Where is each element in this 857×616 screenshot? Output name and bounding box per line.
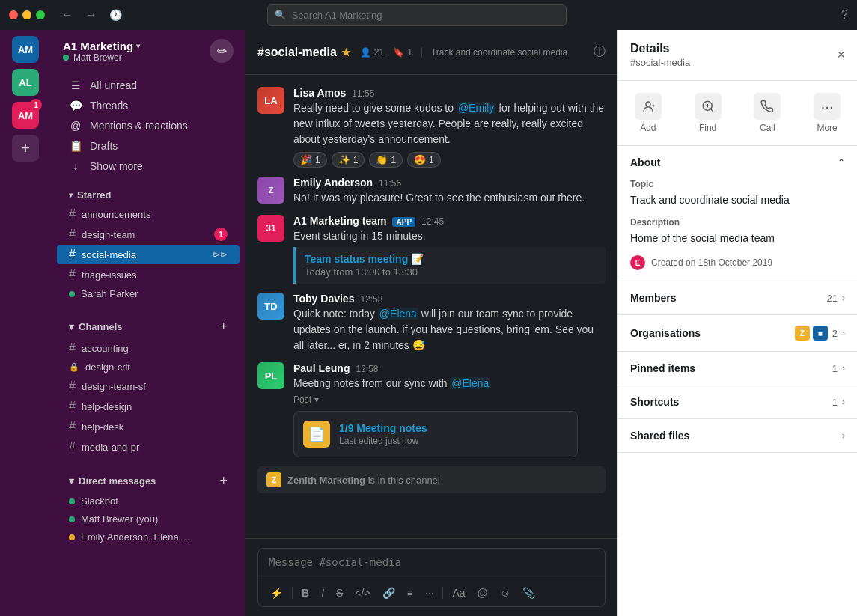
sidebar-item-show-more[interactable]: ↓ Show more	[57, 156, 240, 176]
call-icon	[754, 93, 781, 120]
chevron-right-icon: ›	[842, 328, 845, 338]
mention[interactable]: @Elena	[378, 308, 418, 320]
organisations-section-header[interactable]: Organisations Z ■ 2 ›	[618, 315, 857, 351]
close-button[interactable]	[9, 10, 18, 19]
shared-files-section-header[interactable]: Shared files ›	[618, 419, 857, 452]
more-action-button[interactable]: ··· More	[808, 90, 847, 136]
reaction-button[interactable]: 🎉1	[293, 152, 327, 168]
message-input-box: ⚡ B I S </> 🔗 ≡ ··· Aa @ ☺ 📎	[257, 548, 606, 607]
message-input[interactable]	[258, 549, 605, 576]
sidebar-item-drafts[interactable]: 📋 Drafts	[57, 136, 240, 156]
organisations-title: Organisations	[630, 327, 701, 339]
compose-button[interactable]: ✏	[210, 39, 234, 63]
sidebar-item-mentions[interactable]: @ Mentions & reactions	[57, 116, 240, 135]
channel-item-media-and-pr[interactable]: # media-and-pr	[57, 437, 240, 457]
text-format-button[interactable]: Aa	[448, 584, 469, 602]
pinned-section-header[interactable]: Pinned items 1 ›	[618, 352, 857, 385]
details-header: Details #social-media ×	[618, 30, 857, 81]
list-button[interactable]: ≡	[403, 584, 418, 602]
back-button[interactable]: ←	[57, 5, 78, 25]
channel-item-social-media[interactable]: # social-media ⊳⊳	[57, 245, 240, 264]
about-section-header[interactable]: About ⌃	[618, 146, 857, 179]
workspace-avatar-al[interactable]: AL	[12, 69, 39, 96]
file-name[interactable]: 1/9 Meeting notes	[339, 422, 568, 434]
message-time: 11:56	[379, 178, 401, 189]
details-section-members: Members 21 ›	[618, 281, 857, 315]
details-actions: Add Find Call ··· More	[618, 81, 857, 146]
chevron-up-icon: ⌃	[838, 157, 845, 168]
message-text: No! It was my pleasure! Great to see the…	[293, 190, 606, 206]
help-button[interactable]: ?	[841, 8, 848, 22]
channel-item-design-team[interactable]: # design-team 1	[57, 225, 240, 244]
channel-item-design-team-sf[interactable]: # design-team-sf	[57, 376, 240, 396]
lock-icon: 🔒	[69, 362, 79, 372]
mention[interactable]: @Emily	[457, 102, 495, 114]
bold-button[interactable]: B	[297, 584, 314, 602]
add-workspace-button[interactable]: +	[12, 135, 39, 162]
more-formatting-button[interactable]: ···	[421, 584, 439, 602]
shortcuts-section-header[interactable]: Shortcuts 1 ›	[618, 385, 857, 418]
starred-section-header[interactable]: ▾ Starred	[57, 186, 240, 204]
channels-header-toggle[interactable]: ▾ Channels	[69, 321, 123, 332]
strikethrough-button[interactable]: S	[332, 584, 347, 602]
sidebar-item-all-unread[interactable]: ☰ All unread	[57, 76, 240, 95]
info-button[interactable]: ⓘ	[594, 44, 606, 60]
history-button[interactable]: 🕐	[105, 5, 126, 25]
minimize-button[interactable]	[22, 10, 31, 19]
reaction-button[interactable]: 😍1	[407, 152, 441, 168]
italic-button[interactable]: I	[317, 584, 329, 602]
reaction-button[interactable]: ✨1	[332, 152, 365, 168]
reaction-button[interactable]: 👏1	[369, 152, 403, 168]
message-header: Lisa Amos 11:55	[293, 87, 606, 99]
channel-item-announcements[interactable]: # announcements	[57, 204, 240, 224]
emoji-button[interactable]: ☺	[495, 584, 515, 602]
star-icon[interactable]: ★	[341, 46, 351, 58]
workspace-avatar-am2[interactable]: AM 1	[12, 102, 39, 129]
meeting-link[interactable]: Team status meeting 📝	[305, 253, 597, 265]
notif-avatar: Z	[266, 472, 281, 487]
add-action-button[interactable]: Add	[629, 90, 668, 136]
dm-item-slackbot[interactable]: Slackbot	[57, 493, 240, 510]
channel-item-design-crit[interactable]: 🔒 design-crit	[57, 359, 240, 376]
bookmark-count: 🔖 1	[393, 47, 412, 58]
members-section-header[interactable]: Members 21 ›	[618, 281, 857, 314]
workspace-name[interactable]: A1 Marketing ▾	[63, 40, 140, 52]
mention[interactable]: @Elena	[450, 377, 490, 389]
channel-item-help-desk[interactable]: # help-desk	[57, 417, 240, 436]
fullscreen-button[interactable]	[36, 10, 45, 19]
sidebar-item-threads[interactable]: 💬 Threads	[57, 96, 240, 115]
add-icon	[635, 93, 662, 120]
dm-item-matt-brewer[interactable]: Matt Brewer (you)	[57, 510, 240, 528]
channel-item-help-design[interactable]: # help-design	[57, 397, 240, 416]
forward-button[interactable]: →	[81, 5, 102, 25]
find-action-button[interactable]: Find	[689, 90, 728, 136]
add-channel-button[interactable]: +	[219, 319, 228, 335]
channel-item-accounting[interactable]: # accounting	[57, 338, 240, 358]
channel-item-triage-issues[interactable]: # triage-issues	[57, 265, 240, 284]
post-label[interactable]: Post ▾	[293, 394, 606, 405]
chevron-right-icon: ›	[842, 363, 845, 373]
mention-button[interactable]: @	[473, 584, 492, 602]
search-input[interactable]	[267, 4, 567, 26]
dm-header-toggle[interactable]: ▾ Direct messages	[69, 475, 156, 487]
dm-item-emily-elena[interactable]: Emily Anderson, Elena ...	[57, 528, 240, 546]
hash-icon: #	[69, 268, 76, 281]
link-button[interactable]: 🔗	[378, 584, 400, 602]
about-title: About	[630, 156, 660, 168]
file-meta: Last edited just now	[339, 436, 568, 446]
code-button[interactable]: </>	[350, 584, 374, 602]
message-author: Paul Leung	[293, 362, 350, 374]
add-dm-button[interactable]: +	[219, 473, 228, 489]
call-action-button[interactable]: Call	[748, 90, 787, 136]
workspace-avatar-am[interactable]: AM	[12, 36, 39, 63]
traffic-lights	[9, 10, 45, 19]
dm-item-sarah-parker[interactable]: Sarah Parker	[57, 285, 240, 302]
table-row: PL Paul Leung 12:58 Meeting notes from o…	[257, 362, 606, 457]
details-close-button[interactable]: ×	[837, 47, 845, 63]
lightning-button[interactable]: ⚡	[266, 584, 287, 602]
chevron-down-icon: ▾	[314, 394, 319, 405]
meeting-time: Today from 13:00 to 13:30	[305, 266, 597, 278]
message-text: Event starting in 15 minutes:	[293, 228, 606, 244]
table-row: 31 A1 Marketing team APP 12:45 Event sta…	[257, 215, 606, 284]
attachment-button[interactable]: 📎	[518, 584, 540, 602]
